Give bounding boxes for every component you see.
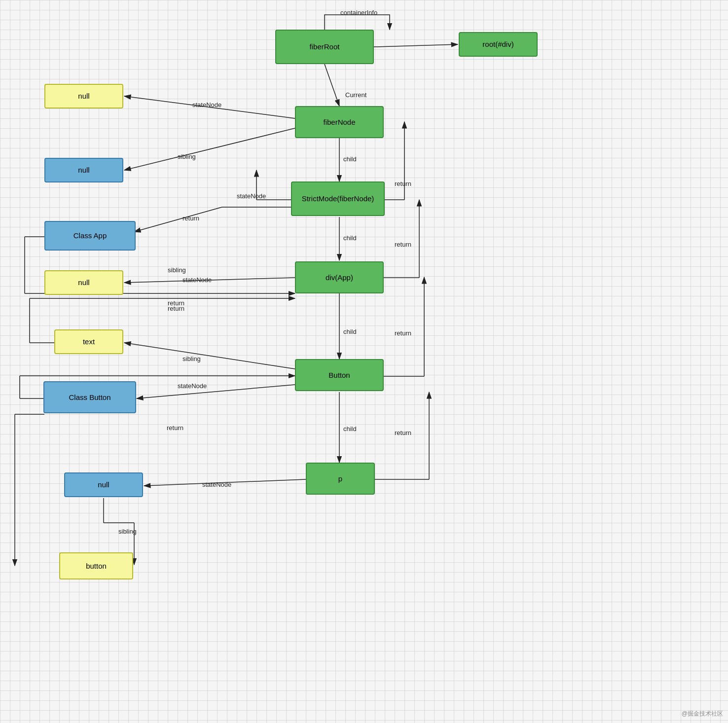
null-yellow2-node: null — [44, 270, 123, 295]
label-child2: child — [343, 234, 357, 242]
label-current: Current — [345, 91, 366, 99]
svg-line-12 — [134, 207, 222, 232]
label-return2: return — [395, 180, 411, 187]
label-return3: return — [395, 241, 411, 248]
null-blue1-node: null — [44, 158, 123, 182]
label-containerinfo: containerInfo — [340, 9, 377, 16]
rootdiv-node: root(#div) — [459, 32, 538, 57]
button-yellow-node: button — [59, 552, 133, 579]
button-node: Button — [295, 359, 384, 391]
classapp-node: Class App — [44, 221, 136, 251]
label-sibling3: sibling — [182, 355, 201, 362]
text-node: text — [54, 329, 123, 354]
null-top-node: null — [44, 84, 123, 108]
label-return8: return — [395, 429, 411, 436]
label-sibling2: sibling — [168, 266, 186, 274]
watermark: @掘金技术社区 — [682, 710, 723, 718]
p-node: p — [306, 463, 375, 495]
label-return7: return — [167, 424, 183, 432]
label-statenode3: stateNode — [182, 276, 212, 284]
divapp-node: div(App) — [295, 261, 384, 293]
svg-line-2 — [374, 44, 458, 47]
label-statenode4: stateNode — [178, 382, 207, 390]
svg-line-26 — [124, 343, 295, 369]
svg-line-5 — [124, 128, 295, 170]
strictmode-node: StrictMode(fiberNode) — [291, 181, 385, 216]
label-return6: return — [395, 329, 411, 337]
label-child3: child — [343, 328, 357, 335]
svg-line-3 — [325, 64, 339, 106]
label-child1: child — [343, 155, 357, 163]
diagram-canvas: fiberRoot root(#div) null fiberNode null… — [0, 0, 728, 723]
classbutton-node: Class Button — [43, 381, 136, 413]
fibernode-node: fiberNode — [295, 106, 384, 138]
label-return5: return — [168, 305, 184, 312]
label-return1: return — [182, 215, 199, 222]
null-blue2-node: null — [64, 472, 143, 497]
fiberroot-node: fiberRoot — [275, 30, 374, 64]
label-sibling1: sibling — [178, 153, 196, 160]
label-child4: child — [343, 425, 357, 433]
label-statenode1: stateNode — [192, 101, 221, 108]
svg-line-27 — [137, 385, 295, 398]
label-statenode5: stateNode — [202, 481, 231, 488]
label-sibling4: sibling — [118, 528, 137, 535]
label-statenode2: stateNode — [237, 192, 266, 200]
